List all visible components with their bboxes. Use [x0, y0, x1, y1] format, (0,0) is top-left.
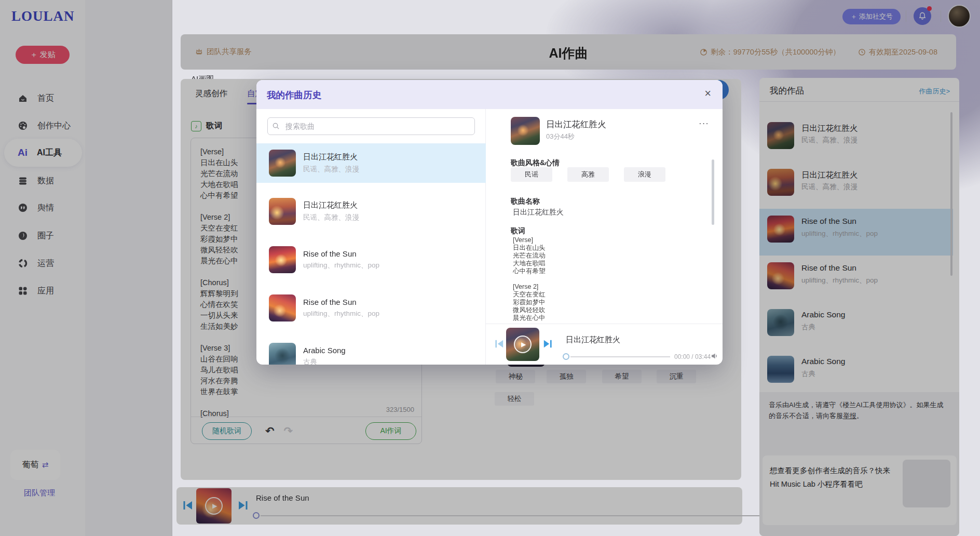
seek-handle[interactable]: [563, 353, 569, 360]
expiry-date: 有效期至2025-09-08: [858, 47, 937, 57]
history-item-selected[interactable]: 日出江花红胜火民谣、高雅、浪漫: [256, 143, 486, 183]
next-track-button[interactable]: [238, 500, 248, 511]
promo-text: 想查看更多创作者生成的音乐？快来: [770, 466, 890, 476]
mood-tag[interactable]: 沉重: [657, 370, 696, 383]
random-lyrics-button[interactable]: 随机歌词: [202, 422, 252, 440]
song-tags: 民谣、高雅、浪漫: [303, 213, 359, 222]
redo-icon[interactable]: ↷: [284, 425, 293, 437]
history-item[interactable]: 日出江花红胜火民谣、高雅、浪漫: [256, 192, 486, 231]
sidebar-item-label: 首页: [37, 93, 54, 104]
swap-icon: ⇄: [42, 460, 49, 470]
song-tags: 民谣、高雅、浪漫: [303, 165, 359, 174]
song-title: Arabic Song: [801, 310, 845, 319]
song-title: Rise of the Sun: [303, 249, 379, 258]
works-title: 我的作品: [770, 85, 804, 97]
compose-history-link[interactable]: 作曲历史>: [919, 87, 950, 96]
song-artwork: [767, 169, 794, 196]
now-playing-artwork[interactable]: ▶: [506, 328, 539, 361]
song-name-value: 日出江花红胜火: [513, 208, 564, 217]
quote-icon: [18, 203, 28, 213]
song-tags: uplifting、rhythmic、pop: [303, 261, 379, 270]
sidebar-item-circles[interactable]: 圈子: [0, 222, 85, 250]
notification-badge: [927, 6, 932, 11]
history-item[interactable]: Arabic Song古典: [256, 337, 486, 365]
song-title: Arabic Song: [801, 357, 845, 366]
sidebar-item-sentiment[interactable]: 舆情: [0, 194, 85, 222]
scrollbar[interactable]: [950, 112, 952, 276]
undo-icon[interactable]: ↶: [265, 425, 275, 437]
sidebar-item-ai-tools[interactable]: Ai AI工具: [0, 139, 85, 167]
operations-icon: [18, 258, 28, 269]
history-item[interactable]: Rise of the Sunuplifting、rhythmic、pop: [256, 288, 486, 328]
sidebar-item-operations[interactable]: 运营: [0, 249, 85, 277]
volume-icon[interactable]: [711, 353, 719, 359]
team-manage-link[interactable]: 团队管理: [24, 488, 55, 498]
work-item[interactable]: 日出江花红胜火 民谣、高雅、浪漫: [759, 115, 953, 162]
sidebar-item-home[interactable]: 首页: [0, 84, 85, 112]
song-detail-panel: 日出江花红胜火 03分44秒 ··· 歌曲风格&心情 民谣 高雅 浪漫 歌曲名称…: [486, 109, 723, 365]
style-tag: 浪漫: [624, 167, 665, 182]
lyrics-label: 歌词: [511, 226, 525, 236]
work-item[interactable]: Arabic Song 古典: [759, 302, 953, 349]
report-link[interactable]: 举报: [843, 412, 856, 420]
sidebar-item-apps[interactable]: 应用: [0, 277, 85, 305]
sidebar-item-data[interactable]: 数据: [0, 167, 85, 195]
more-options-icon[interactable]: ···: [699, 118, 709, 129]
user-avatar[interactable]: [948, 5, 971, 28]
song-artwork: [767, 122, 794, 149]
song-name-label: 歌曲名称: [511, 197, 540, 206]
mood-tag[interactable]: 轻松: [495, 392, 534, 406]
compose-history-modal: 我的作曲历史 × 日出江花红胜火民谣、高雅、浪漫 日出江花红胜火民谣、高雅、浪漫…: [256, 80, 723, 365]
modal-player: ▶ 日出江花红胜火 00:00 / 03:44: [486, 324, 723, 365]
song-title: Arabic Song: [303, 346, 346, 355]
song-tags: uplifting、rhythmic、pop: [303, 309, 379, 318]
search-input[interactable]: [267, 117, 475, 135]
now-playing-title: Rise of the Sun: [256, 493, 309, 502]
play-button[interactable]: ▶: [514, 336, 532, 353]
detail-artwork: [511, 117, 540, 145]
lyrics-content: [Verse] 日出在山头 光芒在流动 大地在歌唱 心中有希望 [Verse 2…: [513, 236, 684, 323]
add-social-button[interactable]: ＋ 添加社交号: [842, 9, 901, 24]
now-playing-artwork[interactable]: ▶: [196, 488, 232, 524]
song-artwork: [269, 150, 296, 177]
previous-track-button[interactable]: [495, 339, 504, 349]
sidebar-item-label: 运营: [37, 258, 54, 269]
brand-logo: LOULAN: [11, 8, 75, 24]
ai-write-lyrics-button[interactable]: AI作词: [365, 422, 416, 440]
database-icon: [18, 176, 28, 186]
history-item[interactable]: Rise of the Sunuplifting、rhythmic、pop: [256, 240, 486, 279]
tab-inspiration[interactable]: 灵感创作: [195, 88, 227, 99]
post-button[interactable]: ＋ 发贴: [16, 46, 70, 64]
song-title: Rise of the Sun: [801, 217, 856, 226]
sidebar-item-label: 数据: [37, 176, 54, 186]
mood-tag[interactable]: 神秘: [496, 370, 535, 383]
work-item[interactable]: Rise of the Sun uplifting、rhythmic、pop: [759, 256, 953, 302]
sidebar-item-creation-center[interactable]: 创作中心: [0, 112, 85, 140]
seek-track[interactable]: [570, 356, 670, 357]
page-header: 团队共享服务 AI作曲 剩余：99770分55秒（共100000分钟） 有效期至…: [181, 34, 956, 70]
close-icon[interactable]: ×: [704, 87, 711, 100]
sidebar-item-label: 圈子: [37, 231, 54, 242]
divider: [941, 10, 941, 22]
scrollbar[interactable]: [712, 159, 714, 225]
song-tags: 民谣、高雅、浪漫: [801, 136, 857, 145]
time-display: 00:00 / 03:44: [674, 353, 711, 360]
song-artwork: [767, 216, 794, 243]
detail-duration: 03分44秒: [546, 132, 575, 141]
bottom-player: ▶ Rise of the Sun 00:00 / 03:03: [176, 487, 742, 525]
mood-tag[interactable]: 孤独: [547, 370, 586, 383]
next-track-button[interactable]: [543, 339, 552, 349]
remaining-minutes: 剩余：99770分55秒（共100000分钟）: [700, 47, 840, 57]
primary-sidebar: LOULAN ＋ 发贴 首页 创作中心 Ai AI工具 数据 舆情 圈子: [0, 0, 85, 536]
qr-placeholder: [903, 460, 950, 507]
mood-tag[interactable]: 希望: [602, 370, 642, 383]
work-item[interactable]: Arabic Song 古典: [759, 349, 953, 396]
play-button[interactable]: ▶: [205, 497, 223, 515]
work-item-selected[interactable]: Rise of the Sun uplifting、rhythmic、pop: [759, 209, 953, 256]
song-tags: uplifting、rhythmic、pop: [801, 276, 878, 285]
seek-handle[interactable]: [253, 512, 260, 519]
work-item[interactable]: 日出江花红胜火 民谣、高雅、浪漫: [759, 162, 953, 209]
team-switcher-button[interactable]: 葡萄 ⇄: [10, 450, 60, 480]
previous-track-button[interactable]: [183, 500, 193, 511]
search-icon: [272, 122, 280, 130]
